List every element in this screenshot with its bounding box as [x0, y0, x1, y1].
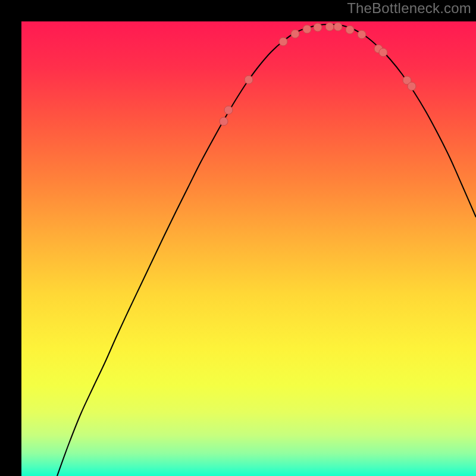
dot: [220, 117, 228, 126]
dot: [408, 82, 416, 90]
dot: [291, 30, 299, 38]
highlight-dots: [220, 23, 416, 126]
dot: [346, 26, 354, 34]
dot: [325, 23, 334, 31]
dot: [224, 106, 233, 114]
dot: [279, 37, 287, 46]
dot: [358, 30, 366, 39]
dot: [303, 25, 311, 33]
plot-area: [21, 21, 476, 476]
bottleneck-curve: [57, 24, 476, 476]
dot: [379, 48, 387, 57]
chart-frame: [11, 11, 465, 465]
watermark: TheBottleneck.com: [347, 0, 471, 17]
dot: [314, 23, 322, 32]
dot: [334, 23, 342, 31]
dot: [245, 76, 253, 84]
curve-layer: [21, 21, 476, 476]
